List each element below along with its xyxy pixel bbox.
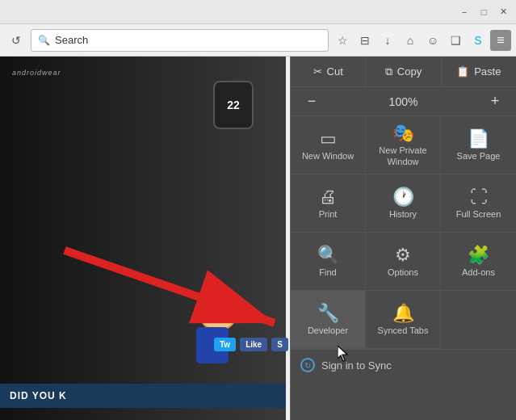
minimize-button[interactable]: − [458,6,471,19]
maximize-button[interactable]: □ [477,6,490,19]
zoom-row: − 100% + [291,87,516,116]
edit-row: ✂ Cut ⧉ Copy 📋 Paste [291,57,516,87]
search-bar[interactable]: 🔍 [31,29,329,52]
reader-mode-icon[interactable]: ⊟ [354,30,375,51]
search-icon: 🔍 [38,35,50,46]
zoom-value: 100% [323,95,484,108]
history-label: History [389,209,417,220]
save-page-label: Save Page [457,151,501,162]
sync-icon: ↻ [300,358,315,372]
find-icon: 🔍 [317,246,339,264]
refresh-button[interactable]: ↺ [5,29,27,52]
full-screen-icon: ⛶ [470,188,488,206]
history-icon: 🕐 [392,188,414,206]
glass-left [212,304,224,313]
options-label: Options [388,267,418,278]
cartoon-glasses [212,304,237,313]
new-private-window-icon: 🎭 [392,124,414,142]
cartoon-head [198,291,238,331]
cut-label: Cut [327,65,343,78]
synced-tabs-label: Synced Tabs [378,326,429,336]
save-page-icon: 📄 [468,130,489,148]
synced-tabs-icon: 🔔 [392,304,414,322]
menu-item-find[interactable]: 🔍 Find [291,233,366,291]
cut-button[interactable]: ✂ Cut [291,57,366,86]
new-window-label: New Window [302,151,354,162]
browser-window: − □ ✕ ↺ 🔍 ☆ ⊟ ↓ ⌂ ☺ ❑ S ≡ androidwear 22… [0,0,516,420]
new-private-window-label: New Private Window [370,145,436,166]
search-input[interactable] [55,34,321,46]
title-bar: − □ ✕ [0,0,516,24]
menu-item-new-private-window[interactable]: 🎭 New Private Window [366,116,441,174]
watch-display: 22 [213,81,254,129]
paste-label: Paste [474,65,501,78]
zoom-out-button[interactable]: − [300,90,323,113]
pocket-icon[interactable]: ❑ [445,30,466,51]
find-label: Find [319,267,336,278]
menu-item-developer[interactable]: 🔧 Developer [291,291,366,349]
cut-icon: ✂ [313,65,322,78]
sign-in-row[interactable]: ↻ Sign in to Sync [291,350,516,380]
menu-item-print[interactable]: 🖨 Print [291,174,366,233]
facebook-like-button[interactable]: Like [240,338,267,351]
sign-in-label: Sign in to Sync [321,359,392,372]
zoom-in-button[interactable]: + [484,90,506,113]
options-icon: ⚙ [395,246,411,264]
print-icon: 🖨 [319,188,337,206]
add-ons-icon: 🧩 [468,246,489,264]
home-icon[interactable]: ⌂ [400,30,421,51]
skype-icon[interactable]: S [468,30,489,51]
print-label: Print [319,209,338,220]
cartoon-character [190,291,254,372]
paste-button[interactable]: 📋 Paste [442,57,516,86]
emoji-icon[interactable]: ☺ [422,30,443,51]
full-screen-label: Full Screen [456,209,501,220]
toolbar-icons: ☆ ⊟ ↓ ⌂ ☺ ❑ S ≡ [332,30,511,51]
copy-label: Copy [397,65,422,78]
menu-icons-grid: ▭ New Window 🎭 New Private Window 📄 Save… [291,116,516,350]
copy-button[interactable]: ⧉ Copy [366,57,441,86]
facebook-share-button[interactable]: S [271,338,288,351]
download-icon[interactable]: ↓ [377,30,398,51]
toolbar: ↺ 🔍 ☆ ⊟ ↓ ⌂ ☺ ❑ S ≡ [0,24,516,57]
copy-icon: ⧉ [385,65,392,78]
menu-panel: ✂ Cut ⧉ Copy 📋 Paste − 100% + ▭ New Wind… [290,57,516,420]
menu-item-save-page[interactable]: 📄 Save Page [441,116,516,174]
menu-item-new-window[interactable]: ▭ New Window [291,116,366,174]
menu-item-full-screen[interactable]: ⛶ Full Screen [441,174,516,233]
brand-text: androidwear [12,69,61,77]
developer-icon: 🔧 [317,304,339,322]
paste-icon: 📋 [456,65,469,78]
menu-button[interactable]: ≡ [490,30,511,51]
menu-item-add-ons[interactable]: 🧩 Add-ons [441,233,516,291]
menu-item-history[interactable]: 🕐 History [366,174,441,233]
close-button[interactable]: ✕ [497,6,510,19]
glass-right [226,304,237,313]
menu-item-options[interactable]: ⚙ Options [366,233,441,291]
did-you-know-banner: DID YOU K [0,384,286,408]
menu-item-synced-tabs[interactable]: 🔔 Synced Tabs [366,291,441,349]
twitter-button[interactable]: Tw [214,338,236,351]
new-window-icon: ▭ [320,130,337,148]
social-buttons-row: Tw Like S [214,338,288,351]
add-ons-label: Add-ons [462,267,495,278]
developer-label: Developer [308,326,348,336]
bookmark-star-icon[interactable]: ☆ [332,30,353,51]
